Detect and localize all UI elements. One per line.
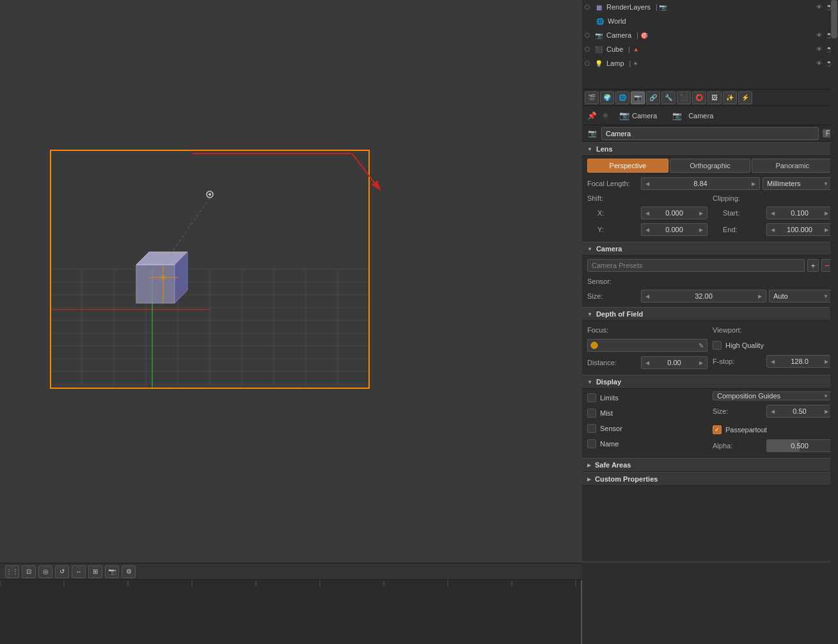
clipping-start-arrow-l: ◀ [770,210,776,216]
perspective-btn[interactable]: Perspective [587,159,668,173]
object-name-input[interactable] [601,127,819,140]
dof-section-header[interactable]: ▼ Depth of Field ··· [582,307,838,321]
sensor-mode-label: Auto [773,292,788,300]
focal-length-arrow-l: ◀ [644,181,651,187]
outliner-item-renderlayers[interactable]: ▦ RenderLayers | 📷 👁 📷 [582,0,838,14]
timeline-settings-btn[interactable]: ⚙ [122,565,136,578]
renderlayers-cam-icon: | 📷 [656,4,667,11]
display-section-header[interactable]: ▼ Display ··· [582,375,838,389]
outliner-item-cube[interactable]: ⬛ Cube | 🔺 👁 📷 [582,42,838,56]
focal-unit-dropdown-arrow: ▼ [823,181,828,187]
focus-object-field[interactable]: ✎ [587,339,708,352]
clipping-end-field[interactable]: ◀ 100.000 ▶ [766,223,833,236]
texture-tab-btn[interactable]: 🖼 [708,91,722,104]
shift-label: Shift: [587,192,708,205]
sensor-size-arrow-l: ◀ [644,294,651,299]
fstop-arrow-l: ◀ [770,359,776,365]
world-tab-btn[interactable]: 🌐 [615,91,629,104]
name-camera-icon: 📷 [587,129,597,139]
camera-presets-field[interactable]: Camera Presets [587,259,805,272]
timeline-area: ⋮⋮ ⊡ ◎ ↺ ↔ ⊞ 📷 ⚙ [0,563,582,644]
alpha-slider[interactable]: 0.500 [766,439,833,452]
shift-clipping-row: Shift: X: ◀ 0.000 ▶ Y: ◀ 0.000 ▶ [587,192,833,238]
shift-y-field[interactable]: ◀ 0.000 ▶ [641,223,708,236]
sensor-size-field[interactable]: ◀ 32.00 ▶ [641,290,766,302]
focal-length-field[interactable]: ◀ 8.84 ▶ [641,177,760,190]
alpha-value: 0.500 [767,442,832,450]
sensor-size-row: Size: ◀ 32.00 ▶ Auto ▼ [587,289,833,303]
cube-visibility-btn[interactable]: 👁 [814,44,824,54]
limits-checkbox[interactable] [587,393,596,402]
shift-x-field[interactable]: ◀ 0.000 ▶ [641,207,708,219]
name-label: Name [600,440,619,448]
lens-section-header[interactable]: ▼ Lens ··· [582,142,838,156]
fstop-field[interactable]: ◀ 128.0 ▶ [766,355,833,368]
comp-guides-dropdown[interactable]: Composition Guides ▼ [713,391,833,400]
particles-tab-btn[interactable]: ✨ [723,91,737,104]
world-label: World [608,17,626,25]
timeline-onion-btn[interactable]: ◎ [38,565,52,578]
timeline-mode-btn[interactable]: ⊡ [22,565,36,578]
scrollbar-thumb[interactable] [831,0,837,38]
timeline-move-btn[interactable]: ↔ [72,565,86,578]
svg-point-0 [591,342,597,349]
timeline-grid-btn[interactable]: ⋮⋮ [5,565,19,578]
clipping-start-field[interactable]: ◀ 0.100 ▶ [766,207,833,219]
scene-tab-btn[interactable]: 🌍 [600,91,614,104]
mist-label: Mist [600,409,613,417]
safe-areas-section[interactable]: ▶ Safe Areas ··· [582,458,838,472]
outliner-item-lamp[interactable]: 💡 Lamp | ☀ 👁 📷 [582,56,838,70]
visibility-btn[interactable]: 👁 [814,2,824,12]
render-tab-btn[interactable]: 🎬 [585,91,599,104]
sensor-mode-dropdown-arrow: ▼ [823,294,828,299]
passepartout-row: ✓ Passepartout [713,423,833,436]
custom-props-section[interactable]: ▶ Custom Properties ··· [582,472,838,486]
material-tab-btn[interactable]: ⭕ [692,91,706,104]
name-checkbox[interactable] [587,439,596,448]
camera-section-header[interactable]: ▼ Camera ··· [582,242,838,256]
fstop-arrow-r: ▶ [823,359,830,365]
lens-section-title: Lens [596,145,613,153]
outliner-item-camera[interactable]: 📷 Camera | 🎯 👁 📷 [582,28,838,42]
timeline-layers-btn[interactable]: ⊞ [88,565,102,578]
shift-x-arrow-r: ▶ [698,210,704,216]
world-icon: 🌐 [595,16,605,26]
name-row: Name [587,437,708,450]
sensor-mode-dropdown[interactable]: Auto ▼ [769,290,833,302]
camera-visibility-btn[interactable]: 👁 [814,30,824,40]
clipping-start-arrow-r: ▶ [823,210,830,216]
high-quality-checkbox[interactable] [713,341,722,350]
constraints-tab-btn[interactable]: 🔗 [646,91,660,104]
lamp-visibility-btn[interactable]: 👁 [814,58,824,68]
outliner-item-world[interactable]: 🌐 World [582,14,838,28]
lens-collapse-arrow: ▼ [587,146,592,152]
object-tab-btn[interactable]: 📷 [631,91,645,104]
shift-y-arrow-l: ◀ [644,227,651,233]
bottom-right-area [582,563,838,644]
focus-edit-btn[interactable]: ✎ [697,341,706,350]
display-size-arrow-l: ◀ [770,409,776,414]
presets-add-btn[interactable]: + [807,259,819,272]
modifiers-tab-btn[interactable]: 🔧 [661,91,676,104]
mist-checkbox[interactable] [587,409,596,418]
pin-icon: 📌 [587,111,597,120]
display-size-field[interactable]: ◀ 0.50 ▶ [766,405,833,418]
dof-main-row: Focus: ✎ Distance: ◀ 0.00 ▶ [587,324,833,371]
distance-field[interactable]: ◀ 0.00 ▶ [641,356,708,369]
camera-tab[interactable]: 📷 Lens Camera [614,109,662,122]
camera-section-content: Camera Presets + − Sensor: Size: ◀ 32.00… [582,256,838,307]
data-tab-btn[interactable]: ⬛ [677,91,691,104]
distance-arrow-r: ▶ [698,360,704,366]
alpha-label: Alpha: [713,442,764,450]
timeline-loop-btn[interactable]: ↺ [55,565,69,578]
props-scrollbar[interactable] [830,0,838,563]
focal-length-unit-dropdown[interactable]: Millimeters ▼ [763,177,833,190]
panoramic-btn[interactable]: Panoramic [752,159,833,173]
orthographic-btn[interactable]: Orthographic [670,159,751,173]
physics-tab-btn[interactable]: ⚡ [738,91,752,104]
passepartout-checkbox[interactable]: ✓ [713,425,722,434]
timeline-cam-btn[interactable]: 📷 [105,565,119,578]
sensor-size-value: 32.00 [651,292,757,300]
sensor-checkbox[interactable] [587,424,596,433]
outliner-expand-dot-cube [585,47,590,52]
